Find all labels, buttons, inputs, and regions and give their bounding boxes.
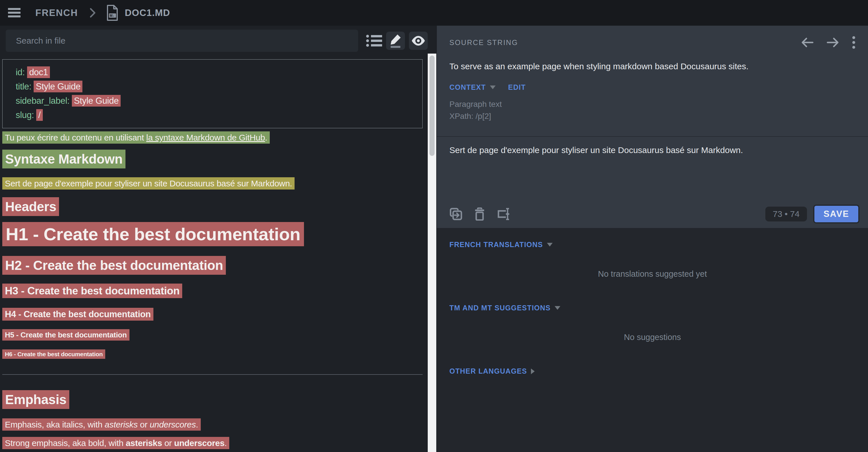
- copy-source-icon: [450, 207, 463, 221]
- translation-string[interactable]: /: [36, 109, 42, 121]
- character-count: 73 • 74: [765, 206, 807, 221]
- top-bar: FRENCH M↓ DOC1.MD: [0, 0, 868, 26]
- translation-string-untranslated[interactable]: H1 - Create the best documentation: [2, 222, 304, 246]
- file-preview-panel: id: doc1 title: Style Guide sidebar_labe…: [0, 26, 437, 452]
- text-part: Emphasis, aka italics, with: [5, 420, 105, 429]
- heading-emphasis: Emphasis: [2, 391, 437, 409]
- translation-string-untranslated[interactable]: H2 - Create the best documentation: [2, 256, 226, 275]
- paragraph-selected: Sert de page d'exemple pour styliser un …: [2, 177, 437, 189]
- svg-text:M↓: M↓: [110, 14, 114, 18]
- yaml-key: id:: [16, 67, 27, 77]
- translation-string[interactable]: Style Guide: [34, 80, 83, 92]
- scrollbar-track[interactable]: [428, 54, 436, 452]
- suggestions-sections: FRENCH TRANSLATIONS No translations sugg…: [437, 228, 868, 452]
- delete-icon: [474, 207, 485, 221]
- translations-empty-message: No translations suggested yet: [450, 269, 856, 279]
- translation-string-untranslated[interactable]: Headers: [2, 197, 59, 216]
- text-part: .: [224, 438, 227, 448]
- menu-icon[interactable]: [8, 7, 21, 18]
- translation-toolbar: 73 • 74 SAVE: [450, 205, 860, 223]
- bold-part: underscores: [174, 438, 225, 448]
- translation-string-untranslated[interactable]: Emphasis, aka italics, with asterisks or…: [2, 418, 201, 431]
- context-xpath: XPath: /p[2]: [450, 110, 856, 122]
- inline-link: la syntaxe Markdown de GitHub: [146, 133, 265, 142]
- list-view-button[interactable]: [366, 34, 382, 47]
- search-toolbar: [0, 26, 437, 55]
- translation-panel: SOURCE STRING To serve as an example pag…: [437, 26, 868, 452]
- other-languages-toggle[interactable]: OTHER LANGUAGES: [450, 367, 527, 375]
- paragraph-italic: Emphasis, aka italics, with asterisks or…: [2, 419, 437, 430]
- translation-string-untranslated[interactable]: H3 - Create the best documentation: [2, 284, 182, 298]
- translation-string-translated[interactable]: Tu peux écrire du contenu en utilisant l…: [2, 131, 270, 143]
- context-toggle[interactable]: CONTEXT: [450, 83, 486, 92]
- translation-string[interactable]: doc1: [27, 66, 50, 78]
- preview-button[interactable]: [409, 32, 428, 50]
- chevron-down-icon: [490, 86, 496, 89]
- text-part: .: [196, 420, 198, 429]
- french-translations-toggle[interactable]: FRENCH TRANSLATIONS: [450, 240, 543, 249]
- heading-syntax: Syntaxe Markdown: [2, 150, 437, 168]
- scrollbar-thumb[interactable]: [429, 56, 435, 156]
- heading-h4: H4 - Create the best documentation: [2, 309, 437, 320]
- translation-string-selected[interactable]: Sert de page d'exemple pour styliser un …: [2, 177, 294, 190]
- text-part: Strong emphasis, aka bold, with: [5, 438, 126, 448]
- translation-string-untranslated[interactable]: H4 - Create the best documentation: [2, 308, 153, 321]
- select-text-button[interactable]: [497, 207, 511, 221]
- chevron-down-icon: [547, 243, 553, 247]
- translation-string[interactable]: Style Guide: [72, 95, 121, 106]
- frontmatter-line: title: Style Guide: [16, 79, 416, 94]
- translation-string-translated[interactable]: Syntaxe Markdown: [2, 150, 125, 168]
- heading-h6: H6 - Create the best documentation: [2, 350, 437, 358]
- next-string-button[interactable]: [826, 37, 839, 48]
- heading-headers: Headers: [2, 198, 437, 216]
- document-preview: id: doc1 title: Style Guide sidebar_labe…: [0, 55, 437, 449]
- select-text-icon: [497, 207, 511, 221]
- text-part: Tu peux écrire du contenu en utilisant: [5, 133, 146, 142]
- heading-h1: H1 - Create the best documentation: [2, 222, 437, 246]
- translation-string-untranslated[interactable]: H6 - Create the best documentation: [2, 349, 105, 359]
- translation-string-untranslated[interactable]: Strong emphasis, aka bold, with asterisk…: [2, 437, 229, 449]
- yaml-key: sidebar_label:: [16, 96, 72, 106]
- frontmatter-line: slug: /: [16, 108, 416, 122]
- edit-mode-button[interactable]: [386, 32, 405, 50]
- text-part: or: [162, 438, 174, 448]
- search-input[interactable]: [6, 30, 358, 52]
- paragraph-bold: Strong emphasis, aka bold, with asterisk…: [2, 437, 437, 449]
- edit-mode-icon: [389, 33, 402, 48]
- heading-h3: H3 - Create the best documentation: [2, 284, 437, 298]
- tm-mt-suggestions-toggle[interactable]: TM AND MT SUGGESTIONS: [450, 304, 551, 312]
- italic-part: underscores: [150, 420, 196, 429]
- save-button[interactable]: SAVE: [813, 205, 860, 223]
- source-string-panel: SOURCE STRING To serve as an example pag…: [437, 26, 868, 136]
- chevron-down-icon: [555, 306, 560, 310]
- copy-source-button[interactable]: [450, 207, 463, 221]
- horizontal-rule: [2, 374, 423, 375]
- more-options-button[interactable]: [852, 36, 856, 49]
- chevron-right-small-icon: [531, 368, 535, 374]
- preview-icon: [411, 36, 426, 46]
- italic-part: asterisks: [105, 420, 138, 429]
- translation-string-untranslated[interactable]: H5 - Create the best documentation: [2, 329, 129, 341]
- translation-string-untranslated[interactable]: Emphasis: [2, 390, 69, 409]
- yaml-key: title:: [16, 82, 34, 92]
- breadcrumb-file: DOC1.MD: [125, 7, 170, 18]
- text-part: .: [265, 133, 267, 142]
- heading-h5: H5 - Create the best documentation: [2, 330, 437, 340]
- translation-input[interactable]: Sert de page d'exemple pour styliser un …: [450, 137, 856, 177]
- frontmatter-line: sidebar_label: Style Guide: [16, 94, 416, 108]
- source-string-label: SOURCE STRING: [450, 38, 518, 47]
- breadcrumb-project[interactable]: FRENCH: [35, 7, 78, 18]
- context-edit-button[interactable]: EDIT: [508, 83, 526, 92]
- source-string-text: To serve as an example page when styling…: [450, 62, 856, 71]
- frontmatter-line: id: doc1: [16, 65, 416, 79]
- previous-string-button[interactable]: [801, 37, 814, 48]
- yaml-key: slug:: [16, 110, 36, 120]
- arrow-left-icon: [801, 37, 814, 48]
- delete-translation-button[interactable]: [474, 207, 485, 221]
- paragraph-intro: Tu peux écrire du contenu en utilisant l…: [2, 132, 437, 143]
- arrow-right-icon: [826, 37, 839, 48]
- heading-h2: H2 - Create the best documentation: [2, 257, 437, 274]
- context-type: Paragraph text: [450, 98, 856, 110]
- list-view-icon: [366, 34, 382, 47]
- markdown-file-icon: M↓: [105, 5, 119, 21]
